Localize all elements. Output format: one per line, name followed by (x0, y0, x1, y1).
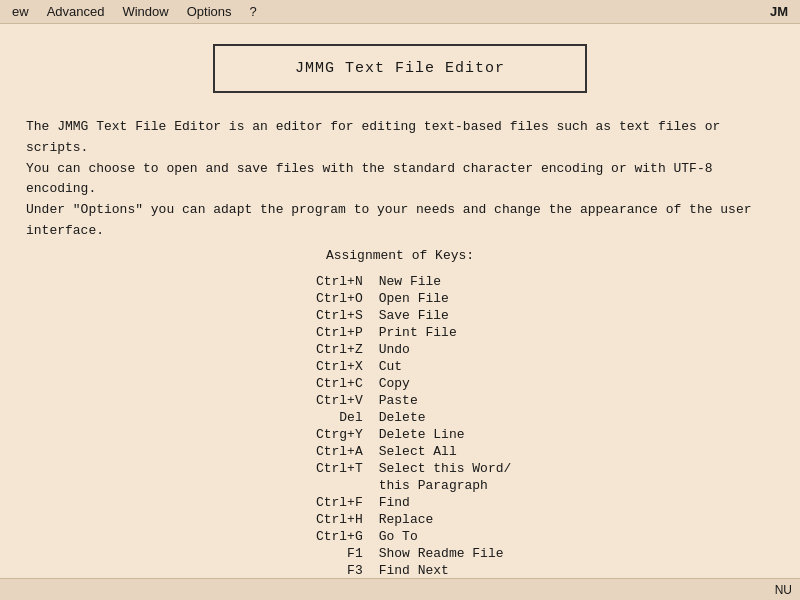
key-row: Ctrl+OOpen File (289, 290, 512, 307)
key-row: Ctrl+ZUndo (289, 341, 512, 358)
key-assignments-table: Ctrl+NNew FileCtrl+OOpen FileCtrl+SSave … (289, 273, 512, 596)
key-shortcut: Ctrl+O (289, 290, 379, 307)
key-shortcut: Del (289, 409, 379, 426)
key-action: New File (379, 273, 512, 290)
key-row: Ctrl+XCut (289, 358, 512, 375)
key-row: Ctrl+TSelect this Word/ (289, 460, 512, 477)
key-shortcut: Ctrl+A (289, 443, 379, 460)
key-shortcut: Ctrl+T (289, 460, 379, 477)
key-row: this Paragraph (289, 477, 512, 494)
key-shortcut: Ctrl+V (289, 392, 379, 409)
title-text: JMMG Text File Editor (295, 60, 505, 77)
key-row: Ctrl+VPaste (289, 392, 512, 409)
key-shortcut: Ctrl+H (289, 511, 379, 528)
key-row: DelDelete (289, 409, 512, 426)
key-action: Show Readme File (379, 545, 512, 562)
key-action: this Paragraph (379, 477, 512, 494)
statusbar-label: NU (775, 583, 792, 597)
key-shortcut: Ctrl+S (289, 307, 379, 324)
menubar-items: ew Advanced Window Options ? (4, 2, 265, 21)
key-shortcut: Ctrl+N (289, 273, 379, 290)
key-shortcut: Ctrl+C (289, 375, 379, 392)
key-row: F3Find Next (289, 562, 512, 579)
key-row: Ctrl+FFind (289, 494, 512, 511)
description-line3: Under "Options" you can adapt the progra… (26, 200, 774, 242)
menu-help[interactable]: ? (242, 2, 265, 21)
description-line2: You can choose to open and save files wi… (26, 159, 774, 201)
key-action: Select this Word/ (379, 460, 512, 477)
menubar: ew Advanced Window Options ? JM (0, 0, 800, 24)
key-shortcut: Ctrl+P (289, 324, 379, 341)
key-action: Replace (379, 511, 512, 528)
key-shortcut: F3 (289, 562, 379, 579)
key-action: Print File (379, 324, 512, 341)
key-action: Delete Line (379, 426, 512, 443)
app-label: JM (762, 2, 796, 21)
key-action: Cut (379, 358, 512, 375)
key-row: Ctrg+YDelete Line (289, 426, 512, 443)
key-shortcut: F1 (289, 545, 379, 562)
key-action: Paste (379, 392, 512, 409)
key-action: Go To (379, 528, 512, 545)
key-action: Select All (379, 443, 512, 460)
menu-advanced[interactable]: Advanced (39, 2, 113, 21)
key-shortcut: Ctrg+Y (289, 426, 379, 443)
key-action: Find (379, 494, 512, 511)
title-box: JMMG Text File Editor (213, 44, 587, 93)
key-shortcut (289, 477, 379, 494)
statusbar: NU (0, 578, 800, 600)
key-row: Ctrl+NNew File (289, 273, 512, 290)
key-action: Find Next (379, 562, 512, 579)
key-shortcut: Ctrl+F (289, 494, 379, 511)
key-action: Undo (379, 341, 512, 358)
key-row: Ctrl+ASelect All (289, 443, 512, 460)
assignments-title: Assignment of Keys: (326, 248, 474, 263)
key-row: F1Show Readme File (289, 545, 512, 562)
description-line1: The JMMG Text File Editor is an editor f… (26, 117, 774, 159)
key-row: Ctrl+SSave File (289, 307, 512, 324)
key-shortcut: Ctrl+G (289, 528, 379, 545)
menu-options[interactable]: Options (179, 2, 240, 21)
key-row: Ctrl+GGo To (289, 528, 512, 545)
key-action: Delete (379, 409, 512, 426)
key-shortcut: Ctrl+Z (289, 341, 379, 358)
menu-window[interactable]: Window (114, 2, 176, 21)
key-row: Ctrl+HReplace (289, 511, 512, 528)
key-row: Ctrl+PPrint File (289, 324, 512, 341)
key-action: Copy (379, 375, 512, 392)
description: The JMMG Text File Editor is an editor f… (16, 117, 784, 242)
menu-ew[interactable]: ew (4, 2, 37, 21)
key-action: Open File (379, 290, 512, 307)
main-content: JMMG Text File Editor The JMMG Text File… (0, 24, 800, 600)
key-row: Ctrl+CCopy (289, 375, 512, 392)
key-action: Save File (379, 307, 512, 324)
key-shortcut: Ctrl+X (289, 358, 379, 375)
